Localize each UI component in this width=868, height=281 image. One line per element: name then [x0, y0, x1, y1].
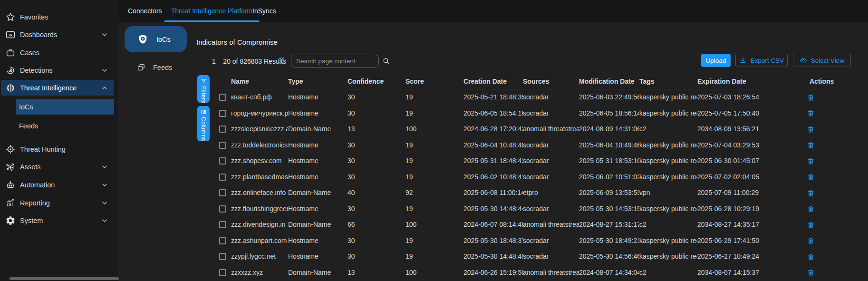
table-row[interactable]: квант-спб.рф Hostname 30 19 2025-05-21 1… [214, 89, 865, 106]
cell-creation-date: 2024-06-26 15:19:50 [463, 265, 523, 281]
cell-expiration-date: 2034-08-27 14:35:17 [697, 217, 778, 233]
delete-icon[interactable] [807, 252, 815, 261]
tab-connectors[interactable]: Connectors [128, 0, 162, 22]
sidebar-item-cases[interactable]: Cases [1, 45, 114, 60]
search-input[interactable] [291, 58, 382, 65]
sidebar-item-label: Automation [20, 181, 55, 189]
tab-insyncs[interactable]: InSyncs [252, 0, 276, 22]
row-checkbox[interactable] [219, 157, 226, 165]
select-view-button[interactable]: Select View [793, 54, 851, 67]
delete-icon[interactable] [807, 141, 815, 150]
cell-creation-date: 2025-05-31 18:48:43 [463, 153, 523, 169]
cell-name: zzz.shopesv.com [231, 153, 288, 169]
delete-icon[interactable] [807, 109, 815, 118]
cell-expiration-date: 2025-07-05 17:50:40 [697, 106, 778, 122]
cell-expiration-date: 2025-07-02 02:04:05 [697, 169, 778, 185]
cell-modification-date: 2025-05-30 14:53:15 [579, 201, 639, 217]
table-row[interactable]: zzypjl.lygcc.net Hostname 30 19 2025-05-… [214, 249, 865, 265]
delete-icon[interactable] [807, 221, 815, 229]
columns-icon [201, 109, 207, 115]
row-checkbox[interactable] [219, 221, 226, 228]
horizontal-scrollbar[interactable] [10, 277, 119, 280]
delete-icon[interactable] [807, 237, 815, 245]
filters-rail-button[interactable]: Filters [197, 75, 210, 103]
subnav-item-iocs[interactable]: IoCs [125, 26, 187, 52]
upload-button[interactable]: Upload [701, 54, 731, 67]
chevron-down-icon [101, 199, 108, 207]
header-score: Score [405, 74, 463, 89]
sidebar-item-label: System [20, 217, 43, 224]
sidebar-item-automation[interactable]: Automation [1, 177, 114, 193]
sidebar-subitem-iocs[interactable]: IoCs [16, 99, 114, 115]
row-checkbox[interactable] [219, 174, 226, 181]
table-row[interactable]: zzz.onlineface.info Domain-Name 40 92 20… [214, 185, 865, 201]
delete-icon[interactable] [807, 157, 815, 165]
table-row[interactable]: zzz.flourishinggreens Hostname 30 19 202… [214, 201, 865, 217]
sidebar-subitem-feeds[interactable]: Feeds [16, 118, 114, 134]
table-row[interactable]: zzz.ashunpart.com Hostname 30 19 2025-05… [214, 233, 865, 249]
cell-score: 19 [405, 89, 463, 106]
delete-icon[interactable] [807, 205, 815, 213]
row-checkbox[interactable] [219, 269, 226, 276]
delete-icon[interactable] [807, 269, 815, 277]
cell-score: 19 [405, 106, 463, 122]
cell-modification-date: 2024-08-09 14:31:06 [579, 121, 639, 137]
cell-modification-date: 2025-06-03 22:49:56 [579, 89, 639, 106]
cell-creation-date: 2025-05-30 18:48:37 [463, 233, 523, 249]
sidebar-item-system[interactable]: System [1, 213, 114, 228]
table-row[interactable]: zzz.divendesign.in Domain-Name 66 100 20… [214, 217, 865, 233]
table-row[interactable]: zzz.shopesv.com Hostname 30 19 2025-05-3… [214, 153, 865, 169]
cell-creation-date: 2025-05-30 14:48:49 [463, 249, 523, 265]
row-checkbox[interactable] [219, 126, 226, 133]
cell-modification-date: 2025-06-02 10:51:02 [579, 169, 639, 185]
sidebar-item-threat-intelligence[interactable]: Threat Intelligence [1, 80, 114, 96]
refresh-icon[interactable] [277, 57, 285, 65]
search-icon[interactable] [382, 57, 390, 65]
row-checkbox[interactable] [219, 253, 226, 260]
delete-icon[interactable] [807, 189, 815, 197]
brain-icon [5, 83, 16, 93]
cell-sources: socradar [523, 169, 579, 185]
delete-icon[interactable] [807, 93, 815, 102]
cell-type: Domain-Name [288, 185, 347, 201]
table-row[interactable]: zzxxzz.xyz Domain-Name 13 100 2024-06-26… [214, 265, 865, 281]
cell-creation-date: 2025-06-08 11:00:14 [463, 185, 523, 201]
table-row[interactable]: zzz.toddelectronics.c Hostname 30 19 202… [214, 137, 865, 154]
table-row[interactable]: zzz.plantbasedmaste Hostname 30 19 2025-… [214, 169, 865, 185]
sidebar-item-label: Threat Intelligence [20, 84, 77, 92]
row-checkbox[interactable] [219, 94, 226, 101]
row-checkbox[interactable] [219, 237, 226, 244]
export-csv-button[interactable]: Export CSV [735, 54, 788, 67]
row-checkbox[interactable] [219, 110, 226, 117]
row-checkbox[interactable] [219, 205, 226, 213]
star-icon [5, 12, 16, 22]
cell-creation-date: 2025-06-02 10:48:41 [463, 169, 523, 185]
export-csv-label: Export CSV [751, 57, 784, 64]
sidebar-item-threat-hunting[interactable]: Threat Hunting [1, 141, 114, 157]
subnav-item-feeds[interactable]: Feeds [136, 59, 172, 76]
row-checkbox[interactable] [219, 189, 226, 196]
sidebar-item-dashboards[interactable]: Dashboards [1, 27, 114, 42]
sidebar-item-favorites[interactable]: Favorites [1, 9, 114, 25]
sidebar-item-detections[interactable]: Detections [1, 62, 114, 78]
sidebar-item-assets[interactable]: Assets [1, 159, 114, 174]
cell-modification-date: 2025-06-05 18:56:14 [579, 106, 639, 122]
cell-score: 19 [405, 201, 463, 217]
cell-tags: kaspersky public requ [639, 249, 697, 265]
cell-confidence: 30 [347, 233, 405, 249]
header-creation-date: Creation Date [463, 74, 523, 89]
cell-sources: socradar [523, 233, 579, 249]
cell-sources: etpro [523, 185, 579, 201]
delete-icon[interactable] [807, 125, 815, 134]
row-checkbox[interactable] [219, 142, 226, 149]
delete-icon[interactable] [807, 173, 815, 182]
content-area: IoCs Feeds Indicators of Compromise 1 – … [118, 22, 868, 281]
columns-rail-button[interactable]: Columns [197, 106, 210, 141]
gear-icon [5, 215, 16, 226]
cell-type: Hostname [288, 153, 347, 169]
table-row[interactable]: город-мичуринск.рф Hostname 30 19 2025-0… [214, 106, 865, 122]
table-row[interactable]: zzzsleepisnicezzz.ar Domain-Name 13 100 … [214, 121, 865, 137]
tab-threat-intelligence-platform[interactable]: Threat Intelligence Platform [164, 0, 259, 22]
sidebar-item-reporting[interactable]: Reporting [1, 195, 114, 211]
cell-sources: socradar [523, 106, 579, 122]
